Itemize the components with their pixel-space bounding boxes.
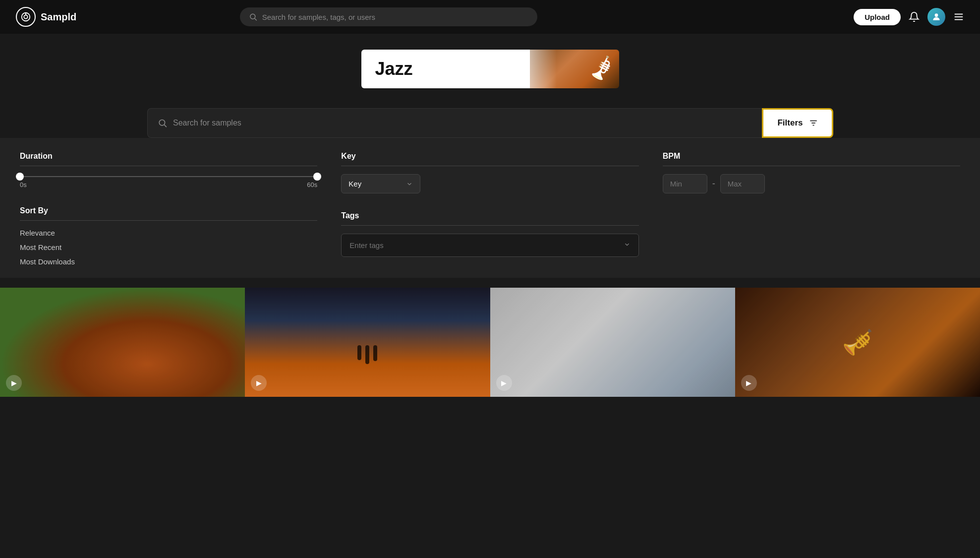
logo-text: Sampld <box>41 11 76 23</box>
bpm-label: BPM <box>663 152 960 161</box>
svg-line-4 <box>254 18 256 20</box>
logo-icon <box>16 7 36 27</box>
play-button-4[interactable]: ▶ <box>741 375 757 391</box>
hero-image: 🎺 <box>530 50 619 88</box>
navbar: Sampld Upload <box>0 0 980 34</box>
logo-area[interactable]: Sampld <box>16 7 76 27</box>
key-select[interactable]: Key <box>341 174 420 193</box>
key-chevron-icon <box>406 181 413 187</box>
sort-options: Relevance Most Recent Most Downloads <box>20 229 317 266</box>
user-icon <box>931 12 941 22</box>
play-button-3[interactable]: ▶ <box>496 375 512 391</box>
sort-most-downloads[interactable]: Most Downloads <box>20 257 317 266</box>
svg-point-1 <box>24 15 27 18</box>
sample-search-icon <box>158 118 167 128</box>
bell-icon <box>909 11 920 22</box>
bpm-dash: - <box>712 179 715 189</box>
thumbnail-3[interactable]: ▶ <box>490 288 735 397</box>
upload-button[interactable]: Upload <box>854 9 901 25</box>
bpm-max-input[interactable] <box>720 174 765 193</box>
filter-section: Filters <box>0 100 980 138</box>
nav-search-icon <box>249 12 257 21</box>
tags-chevron-icon <box>624 240 631 250</box>
play-button-2[interactable]: ▶ <box>251 375 267 391</box>
hero-banner: Jazz 🎺 <box>361 50 619 88</box>
sample-search-input[interactable] <box>173 119 752 127</box>
duration-label: Duration <box>20 152 317 161</box>
tags-label: Tags <box>341 211 638 220</box>
duration-max-label: 60s <box>307 181 317 188</box>
avatar[interactable] <box>927 8 945 26</box>
tags-input[interactable] <box>349 241 623 249</box>
thumbnail-1[interactable]: ▶ <box>0 288 245 397</box>
thumbnails-row: ▶ ▶ ▶ 🎺 ▶ <box>0 288 980 397</box>
sample-search-box <box>147 108 762 138</box>
notifications-button[interactable] <box>909 11 920 22</box>
key-tags-column: Key Key Tags <box>341 152 638 266</box>
sort-most-recent[interactable]: Most Recent <box>20 243 317 251</box>
tags-input-row <box>341 234 638 257</box>
thumbnail-4[interactable]: 🎺 ▶ <box>735 288 980 397</box>
hero-section: Jazz 🎺 <box>0 34 980 100</box>
hamburger-icon <box>953 11 964 22</box>
svg-point-9 <box>159 120 165 125</box>
duration-slider-min[interactable] <box>16 173 24 181</box>
duration-min-label: 0s <box>20 181 27 188</box>
thumbnail-2[interactable]: ▶ <box>245 288 490 397</box>
svg-line-10 <box>164 125 166 127</box>
sort-by-label: Sort By <box>20 206 317 215</box>
play-button-1[interactable]: ▶ <box>6 375 22 391</box>
filters-button[interactable]: Filters <box>762 108 833 138</box>
svg-point-3 <box>250 14 255 19</box>
sort-relevance[interactable]: Relevance <box>20 229 317 237</box>
filters-icon <box>809 119 818 127</box>
duration-filter: Duration 0s 60s Sort By Relevance <box>20 152 317 266</box>
nav-search-input[interactable] <box>262 13 528 21</box>
svg-point-5 <box>935 13 938 17</box>
filter-controls-panel: Duration 0s 60s Sort By Relevance <box>0 138 980 278</box>
nav-actions: Upload <box>854 8 964 26</box>
duration-slider-max[interactable] <box>313 173 321 181</box>
nav-search-container <box>240 7 537 26</box>
key-label: Key <box>341 152 638 161</box>
hero-title: Jazz <box>375 59 413 79</box>
trumpet-decoration: 🎺 <box>586 54 617 84</box>
menu-button[interactable] <box>953 11 964 22</box>
filters-label: Filters <box>777 118 803 128</box>
key-select-value: Key <box>348 180 361 188</box>
bpm-min-input[interactable] <box>663 174 707 193</box>
bpm-filter: BPM - <box>663 152 960 266</box>
